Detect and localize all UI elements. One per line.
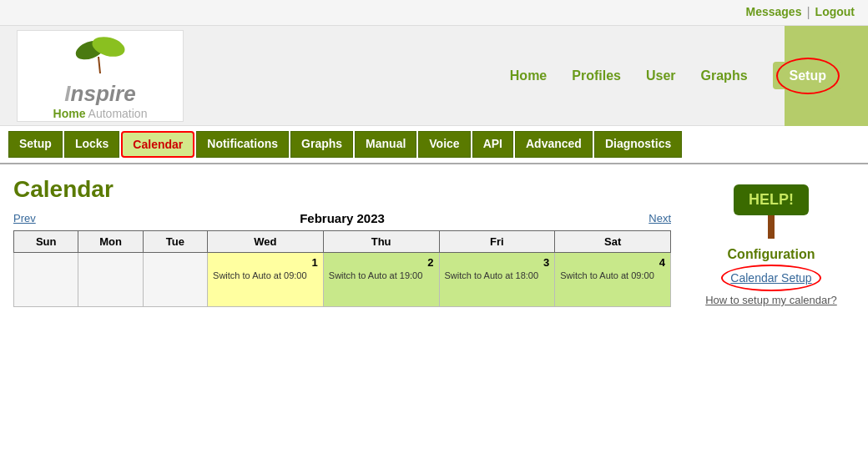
cal-cell-empty-2 xyxy=(78,253,143,307)
subnav-voice[interactable]: Voice xyxy=(418,131,470,158)
day-header-sat: Sat xyxy=(555,231,671,253)
prev-month-button[interactable]: Prev xyxy=(13,212,36,224)
help-post xyxy=(768,214,775,239)
subnav-diagnostics[interactable]: Diagnostics xyxy=(594,131,682,158)
day-header-thu: Thu xyxy=(323,231,439,253)
day-header-mon: Mon xyxy=(78,231,143,253)
help-button[interactable]: HELP! xyxy=(734,184,809,215)
how-to-link[interactable]: How to setup my calendar? xyxy=(705,294,837,306)
day-header-fri: Fri xyxy=(439,231,555,253)
nav-user[interactable]: User xyxy=(646,68,676,83)
subnav-graphs[interactable]: Graphs xyxy=(290,131,353,158)
main-content: Calendar Prev February 2023 Next Sun Mon… xyxy=(0,164,868,459)
nav-profiles[interactable]: Profiles xyxy=(572,68,621,83)
separator: | xyxy=(806,5,810,20)
logout-link[interactable]: Logout xyxy=(815,5,855,20)
subnav-notifications[interactable]: Notifications xyxy=(196,131,289,158)
cal-event-feb2: Switch to Auto at 19:00 xyxy=(329,270,423,280)
main-nav: Home Profiles User Graphs Setup xyxy=(510,68,843,83)
logo-area: Inspire Home Automation xyxy=(17,30,184,122)
help-sign: HELP! xyxy=(734,184,809,239)
day-header-sun: Sun xyxy=(14,231,78,253)
cal-event-feb1: Switch to Auto at 09:00 xyxy=(213,270,307,280)
header: Inspire Home Automation Home Profiles Us… xyxy=(0,26,868,126)
cal-cell-empty-3 xyxy=(143,253,207,307)
subnav-manual[interactable]: Manual xyxy=(355,131,416,158)
calendar-section: Calendar Prev February 2023 Next Sun Mon… xyxy=(13,176,671,448)
subnav-api[interactable]: API xyxy=(472,131,513,158)
nav-graphs[interactable]: Graphs xyxy=(701,68,748,83)
next-month-button[interactable]: Next xyxy=(648,212,671,224)
cal-cell-feb4[interactable]: 4 Switch to Auto at 09:00 xyxy=(555,253,671,307)
subnav-advanced[interactable]: Advanced xyxy=(515,131,593,158)
top-bar: Messages | Logout xyxy=(0,0,868,26)
cal-event-feb3: Switch to Auto at 18:00 xyxy=(445,270,539,280)
subnav-setup[interactable]: Setup xyxy=(8,131,63,158)
config-title: Configuration xyxy=(728,247,815,262)
cal-date-2: 2 xyxy=(329,256,434,269)
cal-cell-feb1[interactable]: 1 Switch to Auto at 09:00 xyxy=(208,253,324,307)
cal-cell-empty-1 xyxy=(14,253,78,307)
right-sidebar: HELP! Configuration Calendar Setup How t… xyxy=(688,176,855,448)
cal-date-3: 3 xyxy=(445,256,550,269)
calendar-title: Calendar xyxy=(13,176,671,203)
logo-leaf-svg xyxy=(67,32,134,78)
subnav-locks[interactable]: Locks xyxy=(64,131,119,158)
day-header-wed: Wed xyxy=(208,231,324,253)
logo: Inspire Home Automation xyxy=(53,32,148,120)
subnav-calendar[interactable]: Calendar xyxy=(121,131,194,158)
calendar-month-year: February 2023 xyxy=(36,211,649,225)
nav-setup[interactable]: Setup xyxy=(773,62,843,89)
cal-cell-feb3[interactable]: 3 Switch to Auto at 18:00 xyxy=(439,253,555,307)
svg-line-0 xyxy=(98,57,100,73)
cal-event-feb4: Switch to Auto at 09:00 xyxy=(560,270,654,280)
calendar-setup-link[interactable]: Calendar Setup xyxy=(730,271,811,285)
cal-date-1: 1 xyxy=(213,256,318,269)
calendar-row-1: 1 Switch to Auto at 09:00 2 Switch to Au… xyxy=(14,253,671,307)
calendar-table: Sun Mon Tue Wed Thu Fri Sat 1 Switch to xyxy=(13,230,671,307)
day-header-tue: Tue xyxy=(143,231,207,253)
setup-nav-wrapper: Setup xyxy=(773,68,843,83)
cal-date-4: 4 xyxy=(560,256,665,269)
calendar-nav: Prev February 2023 Next xyxy=(13,211,671,225)
calendar-setup-wrapper: Calendar Setup xyxy=(730,270,811,285)
cal-cell-feb2[interactable]: 2 Switch to Auto at 19:00 xyxy=(323,253,439,307)
messages-link[interactable]: Messages xyxy=(745,5,801,20)
nav-home[interactable]: Home xyxy=(510,68,547,83)
sub-nav: Setup Locks Calendar Notifications Graph… xyxy=(0,126,868,164)
main-nav-area: Home Profiles User Graphs Setup xyxy=(184,26,851,125)
calendar-header-row: Sun Mon Tue Wed Thu Fri Sat xyxy=(14,231,671,253)
